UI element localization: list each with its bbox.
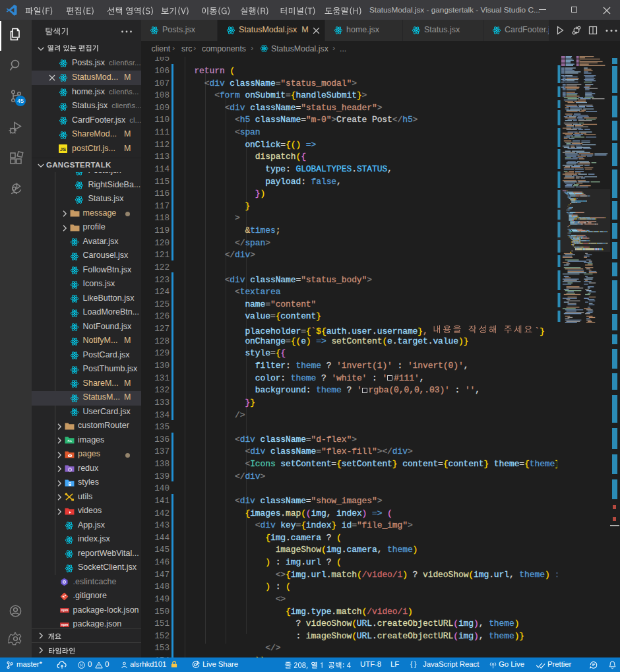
svg-text:npm: npm: [61, 623, 68, 626]
svg-text:npm: npm: [61, 609, 68, 613]
svg-text:JS: JS: [60, 146, 66, 152]
